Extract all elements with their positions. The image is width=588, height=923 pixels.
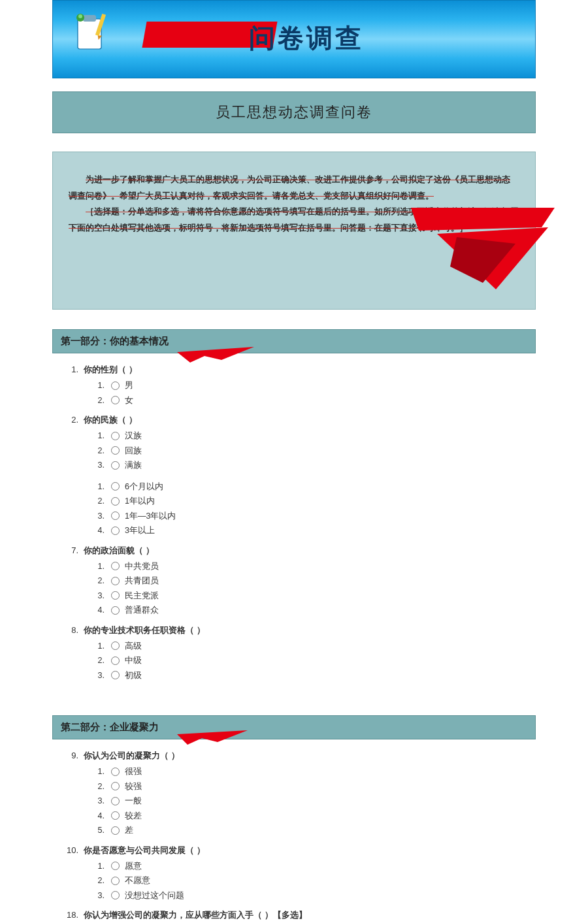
question: 1.6个月以内 2.1年以内 3.1年—3年以内 4.3年以上 (63, 479, 525, 538)
svg-marker-8 (450, 237, 515, 283)
svg-rect-1 (83, 15, 96, 22)
radio-option[interactable] (111, 577, 120, 585)
radio-option[interactable] (111, 432, 120, 440)
questions-block: 1. 你的性别（ ） 1.男 2.女 2. 你的民族（ ） 1.汉族 2.回族 … (52, 353, 536, 696)
radio-option[interactable] (111, 797, 120, 805)
radio-option[interactable] (111, 562, 120, 570)
option-number: 2. (94, 494, 105, 509)
svg-point-5 (78, 14, 82, 18)
option-number: 2. (94, 393, 105, 408)
option-label: 男 (125, 378, 133, 393)
option-number: 2. (94, 873, 105, 888)
question-text: 你的民族（ ） (84, 414, 525, 426)
banner-title: 问卷调查 (249, 20, 364, 56)
option-number: 3. (94, 458, 105, 473)
questions-block: 9. 你认为公司的凝聚力（ ） 1.很强 2.较强 3.一般 4.较差 5.差 … (52, 739, 536, 923)
radio-option[interactable] (111, 606, 120, 615)
intro-block: 为进一步了解和掌握广大员工的思想状况，为公司正确决策、改进工作提供参考，公司拟定… (52, 152, 536, 310)
radio-option[interactable] (111, 768, 120, 776)
option-number: 1. (94, 639, 105, 654)
option-label: 中共党员 (125, 559, 159, 574)
option-label: 较差 (125, 809, 142, 824)
radio-option[interactable] (111, 671, 120, 679)
option-label: 高级 (125, 639, 142, 654)
option-number: 4. (94, 603, 105, 618)
option-number: 3. (94, 888, 105, 903)
option-number: 2. (94, 653, 105, 668)
radio-option[interactable] (111, 811, 120, 820)
question: 18. 你认为增强公司的凝聚力，应从哪些方面入手（ ）【多选】 1.改善安全生产… (63, 909, 525, 923)
question-text: 你的政治面貌（ ） (84, 545, 525, 557)
radio-option[interactable] (111, 641, 120, 650)
option-number: 2. (94, 574, 105, 589)
question: 10. 你是否愿意与公司共同发展（ ） 1.愿意 2.不愿意 3.没想过这个问题 (63, 845, 525, 903)
option-number: 4. (94, 523, 105, 538)
radio-option[interactable] (111, 381, 120, 390)
option-number: 1. (94, 479, 105, 494)
option-label: 1年—3年以内 (125, 509, 176, 524)
radio-option[interactable] (111, 446, 120, 455)
section-header: 第一部分：你的基本情况 (52, 329, 536, 353)
option-number: 3. (94, 509, 105, 524)
question-number: 18. (63, 910, 78, 920)
svg-marker-7 (437, 227, 548, 289)
survey-title: 员工思想动态调查问卷 (52, 91, 536, 133)
option-label: 普通群众 (125, 603, 159, 618)
option-number: 1. (94, 859, 105, 874)
radio-option[interactable] (111, 526, 120, 535)
option-label: 女 (125, 393, 133, 408)
section-title: 第一部分：你的基本情况 (61, 335, 169, 346)
radio-option[interactable] (111, 482, 120, 491)
question: 8. 你的专业技术职务任职资格（ ） 1.高级 2.中级 3.初级 (63, 624, 525, 683)
option-label: 较强 (125, 779, 142, 794)
question-number: 8. (63, 625, 78, 635)
radio-option[interactable] (111, 862, 120, 870)
radio-option[interactable] (111, 497, 120, 506)
radio-option[interactable] (111, 461, 120, 470)
option-label: 1年以内 (125, 494, 155, 509)
radio-option[interactable] (111, 591, 120, 600)
banner: 问卷调查 (52, 0, 536, 78)
question-text: 你的专业技术职务任职资格（ ） (84, 624, 525, 636)
question-text: 你认为公司的凝聚力（ ） (84, 750, 525, 762)
radio-option[interactable] (111, 656, 120, 665)
question-number: 7. (63, 545, 78, 555)
option-label: 回族 (125, 444, 142, 459)
option-label: 汉族 (125, 429, 142, 444)
question: 7. 你的政治面貌（ ） 1.中共党员 2.共青团员 3.民主党派 4.普通群众 (63, 545, 525, 618)
radio-option[interactable] (111, 511, 120, 520)
question: 2. 你的民族（ ） 1.汉族 2.回族 3.满族 (63, 414, 525, 473)
option-number: 3. (94, 668, 105, 683)
question-number: 1. (63, 364, 78, 374)
option-label: 共青团员 (125, 574, 159, 589)
option-label: 不愿意 (125, 873, 150, 888)
question-text: 你认为增强公司的凝聚力，应从哪些方面入手（ ）【多选】 (84, 909, 525, 921)
clipboard-icon (73, 12, 112, 52)
question-number: 10. (63, 845, 78, 855)
section-title: 第二部分：企业凝聚力 (61, 721, 159, 732)
radio-option[interactable] (111, 891, 120, 899)
radio-option[interactable] (111, 396, 120, 404)
option-label: 一般 (125, 794, 142, 809)
option-number: 3. (94, 589, 105, 604)
option-label: 6个月以内 (125, 479, 163, 494)
question: 1. 你的性别（ ） 1.男 2.女 (63, 364, 525, 408)
option-number: 3. (94, 794, 105, 809)
option-label: 中级 (125, 653, 142, 668)
radio-option[interactable] (111, 826, 120, 835)
option-label: 很强 (125, 764, 142, 779)
question: 9. 你认为公司的凝聚力（ ） 1.很强 2.较强 3.一般 4.较差 5.差 (63, 750, 525, 838)
question-number: 9. (63, 751, 78, 760)
option-number: 1. (94, 764, 105, 779)
intro-paragraph: ［选择题：分单选和多选，请将符合你意愿的选项符号填写在题后的括号里。如所列选项不… (69, 204, 519, 236)
option-number: 5. (94, 823, 105, 838)
option-label: 初级 (125, 668, 142, 683)
option-number: 1. (94, 559, 105, 574)
option-label: 3年以上 (125, 523, 155, 538)
section-header: 第二部分：企业凝聚力 (52, 715, 536, 739)
option-number: 1. (94, 378, 105, 393)
option-label: 没想过这个问题 (125, 888, 184, 903)
radio-option[interactable] (111, 877, 120, 885)
option-label: 愿意 (125, 859, 142, 874)
radio-option[interactable] (111, 782, 120, 790)
